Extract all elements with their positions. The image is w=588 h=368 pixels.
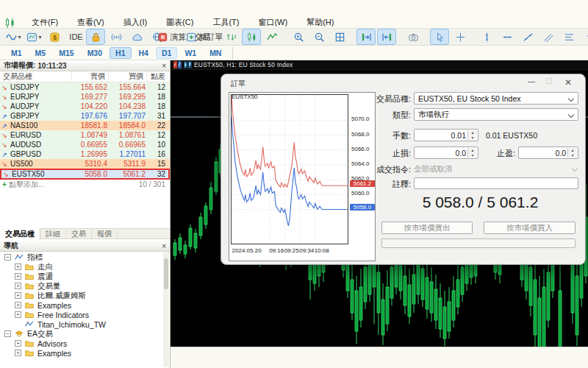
nav-item-10[interactable]: +Advisors	[0, 339, 163, 348]
channel-tool-button[interactable]	[539, 29, 558, 45]
market-watch-add-row[interactable]: + 點擊添加... 10 / 301	[0, 180, 170, 189]
nav-item-11[interactable]: +Examples	[0, 348, 163, 358]
nav-item-1[interactable]: −指標	[0, 252, 163, 262]
chart-line-style-button[interactable]: ▾	[4, 29, 23, 45]
zoom-out-button[interactable]	[309, 29, 329, 45]
menu-item-6[interactable]: 窗口(W)	[248, 16, 297, 29]
crosshair-button[interactable]	[451, 29, 470, 45]
comment-input[interactable]	[414, 177, 578, 189]
market-watch-row-gbpusd[interactable]: ↗GBPUSD1.269951.2701116	[0, 149, 170, 159]
market-watch-row-gbpjpy[interactable]: ↗GBPJPY197.676197.70731	[0, 111, 170, 121]
expand-icon[interactable]: +	[15, 311, 21, 318]
market-watch-close-icon[interactable]: ×	[162, 62, 166, 70]
column-header-4[interactable]: 點差	[147, 71, 168, 82]
nav-item-2[interactable]: +走向	[0, 262, 163, 272]
timeframe-m1[interactable]: M1	[5, 47, 28, 59]
navigator-close-icon[interactable]: ×	[162, 242, 166, 250]
candle-mode-button[interactable]	[242, 29, 261, 45]
spinner-arrows-icon[interactable]: ▲▼	[467, 130, 477, 140]
timeframe-w1[interactable]: W1	[179, 47, 202, 59]
vertical-line-tool-button[interactable]	[477, 29, 496, 45]
expand-icon[interactable]: +	[15, 273, 21, 280]
market-watch-tab-3[interactable]: 交易	[66, 228, 92, 239]
expand-icon[interactable]: +	[15, 292, 21, 299]
market-watch-tab-2[interactable]: 詳細	[40, 228, 66, 239]
market-watch-row-us500[interactable]: ↘US5005310.45311.915	[0, 159, 170, 169]
sell-by-market-button[interactable]: 按市場價賣出	[381, 222, 473, 234]
broadcast-button[interactable]	[107, 29, 126, 45]
column-header-2[interactable]: 賣價	[72, 71, 109, 82]
cloud-sync-button[interactable]	[127, 29, 146, 45]
expand-icon[interactable]: +	[15, 302, 21, 308]
navigator-scrollbar[interactable]	[163, 252, 169, 367]
market-watch-tab-4[interactable]: 報價	[92, 228, 118, 239]
nav-item-6[interactable]: +Examples	[0, 300, 163, 310]
zoom-in-button[interactable]	[289, 29, 308, 45]
market-watch-row-audusd[interactable]: ↘AUDUSD0.669550.6696510	[0, 140, 170, 149]
navigator-scrollbar-thumb[interactable]	[164, 258, 168, 289]
nav-item-9[interactable]: −EA交易	[0, 329, 163, 339]
timeframe-m5[interactable]: M5	[29, 47, 52, 59]
market-watch-row-nas100[interactable]: ↗NAS10018581.818584.022	[0, 121, 170, 130]
nav-item-3[interactable]: +震盪	[0, 272, 163, 281]
mini-x-tick: 10:08	[315, 247, 329, 254]
nav-item-8[interactable]: Titan_Ichimoku_TW	[0, 319, 163, 329]
collapse-icon[interactable]: −	[4, 254, 11, 261]
ide-button[interactable]: IDE	[65, 29, 85, 45]
column-header-3[interactable]: 買價	[109, 71, 147, 82]
nav-item-5[interactable]: +比爾.威廉姆斯	[0, 291, 163, 300]
menu-item-4[interactable]: 圖表(C)	[157, 16, 203, 29]
market-watch-row-eurjpy[interactable]: ↘EURJPY169.277169.29518	[0, 92, 170, 102]
timeframe-h1[interactable]: H1	[110, 47, 131, 59]
shift-chart-end-button[interactable]	[356, 29, 376, 45]
buy-by-market-button[interactable]: 按市場價買入	[484, 222, 576, 234]
volume-stepper[interactable]: 0.01 ▲▼	[414, 129, 478, 141]
market-watch-row-usdjpy[interactable]: ↘USDJPY155.652155.66412	[0, 82, 170, 92]
expand-icon[interactable]: +	[15, 263, 21, 270]
lock-button[interactable]	[86, 29, 105, 45]
horizontal-line-tool-button[interactable]	[498, 29, 517, 45]
fibonacci-tool-button[interactable]	[559, 29, 578, 45]
expand-icon[interactable]: +	[15, 350, 21, 356]
market-watch-tab-1[interactable]: 交易品種	[0, 228, 40, 239]
timeframe-m15[interactable]: M15	[53, 47, 79, 59]
timeframe-m30[interactable]: M30	[82, 47, 108, 59]
minimize-icon[interactable]: —	[523, 77, 539, 88]
menu-item-5[interactable]: 工具(T)	[203, 16, 248, 29]
market-watch-row-eustx50[interactable]: ↘EUSTX505058.05061.232	[0, 169, 170, 180]
spinner-arrows-icon[interactable]: ▲▼	[567, 148, 577, 158]
tick-chart-button[interactable]	[221, 29, 240, 45]
text-tool-button[interactable]: T	[580, 29, 588, 45]
take-profit-stepper[interactable]: 0.0 ▲▼	[518, 146, 578, 159]
menu-item-3[interactable]: 插入(I)	[114, 16, 157, 29]
mini-x-tick: 09:34	[299, 247, 314, 254]
timeframe-d1[interactable]: D1	[156, 47, 177, 59]
new-order-button[interactable]: 新訂單	[195, 29, 214, 45]
menu-item-7[interactable]: 幫助(H)	[297, 16, 343, 29]
chart-profile-button[interactable]: ▾	[24, 29, 43, 45]
cursor-button[interactable]	[430, 29, 449, 45]
collapse-icon[interactable]: −	[4, 330, 11, 337]
type-select[interactable]: 市場執行	[414, 108, 578, 121]
expand-icon[interactable]: +	[15, 340, 21, 347]
menu-item-1[interactable]: 文件(F)	[22, 16, 68, 29]
nav-item-7[interactable]: +Free Indicators	[0, 310, 163, 319]
shift-chart-left-button[interactable]	[377, 29, 396, 45]
line-mode-button[interactable]	[262, 29, 282, 45]
timeframe-mn[interactable]: MN	[204, 47, 227, 59]
add-symbol-icon: +	[0, 180, 9, 188]
market-watch-row-eurusd[interactable]: ↘EURUSD1.087491.0876112	[0, 130, 170, 140]
menu-item-2[interactable]: 查看(V)	[68, 16, 114, 29]
expand-icon[interactable]: +	[15, 283, 21, 289]
zoom-in-icon	[293, 32, 304, 43]
nav-item-4[interactable]: +交易量	[0, 281, 163, 291]
market-watch-row-audjpy[interactable]: ↘AUDJPY104.220104.23818	[0, 102, 170, 111]
column-header-1[interactable]: 交易品種	[0, 71, 72, 82]
close-icon[interactable]: ✕	[560, 77, 576, 88]
trendline-tool-button[interactable]	[518, 29, 537, 45]
screenshot-camera-button[interactable]	[404, 29, 423, 45]
quotes-dollar-button[interactable]: $	[45, 29, 64, 45]
symbol-select[interactable]: EUSTX50, EU Stock 50 Index	[414, 92, 578, 105]
tile-windows-button[interactable]	[330, 29, 349, 45]
timeframe-h4[interactable]: H4	[133, 47, 154, 59]
